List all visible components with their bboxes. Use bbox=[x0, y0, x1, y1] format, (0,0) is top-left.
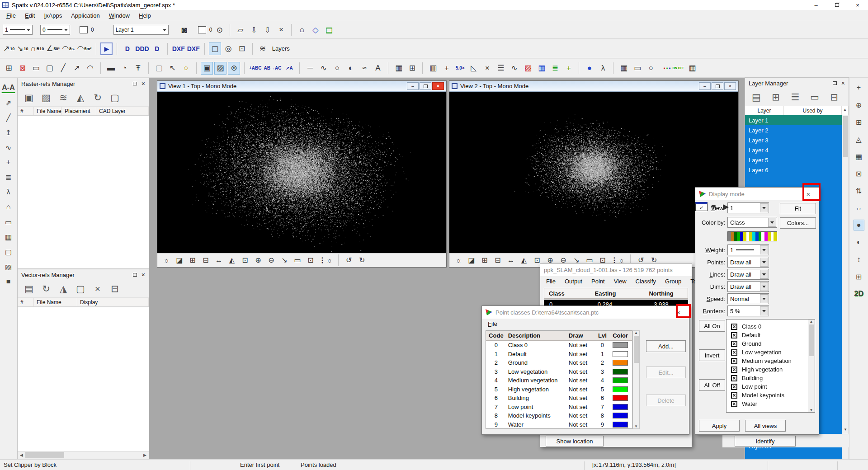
paint-bucket-icon[interactable]: ◙ bbox=[178, 24, 190, 36]
vector-hscrollbar[interactable]: ◀ ▶ bbox=[18, 451, 149, 459]
checked-checkbox-icon[interactable]: × bbox=[731, 332, 737, 338]
col-file-name[interactable]: File Name bbox=[34, 298, 77, 306]
class-row[interactable]: 4Medium vegetationNot set4 bbox=[486, 376, 632, 385]
ellipse-icon[interactable]: ◐ bbox=[344, 62, 357, 75]
dxf-export-icon[interactable]: DXF bbox=[172, 42, 185, 55]
all-views-button[interactable]: All views bbox=[745, 420, 786, 432]
person-icon[interactable]: λ bbox=[597, 62, 609, 75]
onoff-icon[interactable]: ON OFF bbox=[672, 62, 684, 75]
play-macro-icon[interactable]: ▶ bbox=[100, 42, 113, 55]
view-paint-icon[interactable]: ◪ bbox=[466, 255, 477, 266]
select-point-icon[interactable]: ◎ bbox=[222, 42, 235, 55]
dim-horizontal-icon[interactable]: ↗10 bbox=[3, 42, 15, 55]
dropdown-arrow-icon[interactable] bbox=[768, 218, 776, 227]
line-icon[interactable]: ─ bbox=[304, 62, 316, 75]
line-weight-combo[interactable]: 1 bbox=[3, 25, 33, 35]
dim-area-icon[interactable]: ◠5m² bbox=[77, 42, 92, 55]
redo-icon[interactable]: ↻ bbox=[357, 255, 368, 266]
scroll-left-icon[interactable]: ◀ bbox=[18, 453, 25, 457]
palette-icon[interactable]: ⊙ bbox=[213, 24, 226, 36]
select-window-icon[interactable]: ▢ bbox=[209, 42, 221, 55]
view-settings-icon[interactable]: ☼ bbox=[161, 255, 172, 266]
pc-vscrollbar[interactable]: ▲ ▼ bbox=[632, 330, 640, 429]
dims-combo[interactable]: Draw all bbox=[727, 281, 769, 292]
dash-cross-icon[interactable]: × bbox=[481, 62, 493, 75]
swatch-white-icon[interactable]: ▢ bbox=[3, 246, 14, 257]
ppk-menu-file[interactable]: File bbox=[542, 277, 560, 286]
raster-refresh-icon[interactable]: ↻ bbox=[91, 91, 104, 104]
weight-combo[interactable]: 1 bbox=[727, 244, 769, 255]
layer-row[interactable]: Layer 5 bbox=[745, 155, 842, 165]
checked-checkbox-icon[interactable]: × bbox=[731, 341, 737, 347]
view-maximize-button[interactable] bbox=[420, 82, 431, 90]
swatch-yellow-icon[interactable]: ▨ bbox=[3, 261, 14, 272]
col-code[interactable]: Code bbox=[486, 332, 506, 339]
class-checkbox-item[interactable]: ×High vegetation bbox=[731, 365, 815, 374]
class-checkbox-item[interactable]: ×Ground bbox=[731, 339, 815, 348]
rgb-icon[interactable]: ▪ bbox=[658, 62, 670, 75]
col-lvl[interactable]: Lvl bbox=[596, 332, 609, 339]
class-checkbox-item[interactable]: ×Model keypoints bbox=[731, 391, 815, 400]
snap-tri-icon[interactable]: ◬ bbox=[854, 134, 864, 145]
clip-delete-icon[interactable]: ⊠ bbox=[16, 62, 28, 75]
snap-grid2-icon[interactable]: ⊞ bbox=[854, 271, 864, 282]
mode-2d-icon[interactable]: 2D bbox=[854, 288, 864, 299]
scroll-up-icon[interactable]: ▲ bbox=[842, 106, 849, 115]
slope-icon[interactable]: ◺ bbox=[467, 62, 480, 75]
checked-checkbox-icon[interactable]: × bbox=[731, 401, 737, 407]
vector-fit-icon[interactable]: ◮ bbox=[57, 282, 70, 296]
raster-fit-icon[interactable]: ◭ bbox=[74, 91, 87, 104]
checked-checkbox-icon[interactable]: × bbox=[731, 375, 737, 381]
ppk-menu-group[interactable]: Group bbox=[661, 277, 685, 286]
layer-row[interactable]: Layer 6 bbox=[745, 165, 842, 175]
cursor-icon[interactable]: ↖ bbox=[166, 62, 179, 75]
view-zoom-in-icon[interactable]: ⊕ bbox=[253, 255, 264, 266]
grid-blue-icon[interactable]: ▦ bbox=[535, 62, 547, 75]
hatch-red-icon[interactable]: ▨ bbox=[522, 62, 534, 75]
class-checkbox-item[interactable]: ×Low vegetation bbox=[731, 348, 815, 357]
raster-layers-icon[interactable]: ≋ bbox=[57, 91, 70, 104]
class-checkbox-item[interactable]: ×Default bbox=[731, 331, 815, 339]
image-frame-icon[interactable]: ▨ bbox=[214, 62, 226, 75]
all-on-button[interactable]: All On bbox=[699, 320, 725, 332]
snap-grid-icon[interactable]: ⊞ bbox=[854, 117, 864, 127]
new-doc-icon[interactable]: ▤ bbox=[323, 24, 335, 36]
attach-raster-icon[interactable]: ▣ bbox=[22, 91, 36, 104]
color-swatch[interactable] bbox=[80, 26, 88, 33]
shape-a-icon[interactable]: A bbox=[372, 62, 384, 75]
scale-label-icon[interactable]: 5.0× bbox=[454, 62, 466, 75]
identify-button[interactable]: Identify bbox=[735, 436, 796, 446]
swatch-green-icon[interactable]: ■ bbox=[3, 276, 14, 287]
vector-detach-icon[interactable]: × bbox=[91, 282, 104, 296]
doc-d2-icon[interactable]: D bbox=[151, 42, 163, 55]
scroll-thumb[interactable] bbox=[809, 324, 814, 356]
menu-edit[interactable]: Edit bbox=[20, 11, 39, 20]
dim-angle-icon[interactable]: ∠50° bbox=[46, 42, 60, 55]
layer-window-icon[interactable]: ▭ bbox=[808, 90, 821, 104]
diamond-clip-icon[interactable]: ◇ bbox=[309, 24, 321, 36]
class-checkbox-item[interactable]: ×Water bbox=[731, 400, 815, 408]
dropdown-arrow-icon[interactable] bbox=[760, 245, 768, 254]
dim-radius-icon[interactable]: ∩R10 bbox=[30, 42, 45, 55]
scroll-down-icon[interactable]: ▼ bbox=[844, 428, 847, 432]
layers-label[interactable]: Layers bbox=[272, 45, 290, 52]
snap-half-icon[interactable]: ◐ bbox=[854, 237, 864, 248]
speed-combo[interactable]: Normal bbox=[727, 293, 769, 304]
walker-icon[interactable]: λ bbox=[3, 187, 14, 197]
class-row[interactable]: 3Low vegetationNot set3 bbox=[486, 367, 632, 376]
class-checkbox-item[interactable]: ×Class 0 bbox=[731, 322, 815, 331]
dropdown-arrow-icon[interactable] bbox=[760, 306, 768, 315]
checked-checkbox-icon[interactable]: × bbox=[731, 349, 737, 356]
layer-row[interactable]: Layer 4 bbox=[745, 145, 842, 155]
color-by-combo[interactable]: Class bbox=[727, 217, 777, 228]
open-folder-icon[interactable]: ▱ bbox=[234, 24, 246, 36]
view1-window[interactable]: View 1 - Top - Mono Mode – × ☼◪⊞⊟↔◭⊡⊕⊖↘▭… bbox=[157, 80, 447, 268]
vector-select-icon[interactable]: ▢ bbox=[74, 282, 87, 296]
snap-horiz-icon[interactable]: ↔ bbox=[854, 202, 864, 213]
view-copy-icon[interactable]: ⊞ bbox=[479, 255, 490, 266]
map-image-icon[interactable]: ▣ bbox=[201, 62, 213, 75]
raster-image-icon[interactable]: ▨ bbox=[39, 91, 53, 104]
ppk-menu-point[interactable]: Point bbox=[587, 277, 609, 286]
snap-vert-icon[interactable]: ⇅ bbox=[854, 185, 864, 196]
stack-green-icon[interactable]: ≣ bbox=[3, 172, 14, 183]
